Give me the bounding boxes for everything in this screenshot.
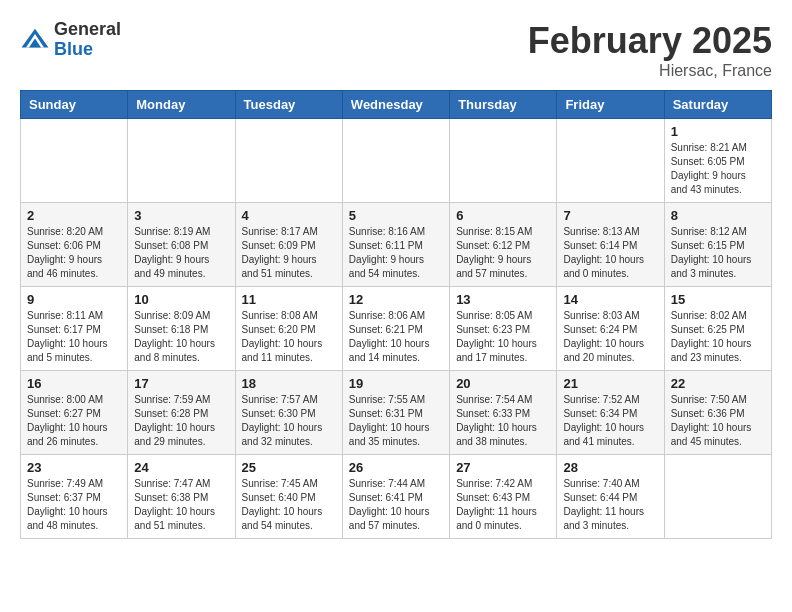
day-number: 27: [456, 460, 550, 475]
calendar-cell: 8Sunrise: 8:12 AM Sunset: 6:15 PM Daylig…: [664, 203, 771, 287]
calendar-cell: 28Sunrise: 7:40 AM Sunset: 6:44 PM Dayli…: [557, 455, 664, 539]
calendar-week-2: 2Sunrise: 8:20 AM Sunset: 6:06 PM Daylig…: [21, 203, 772, 287]
day-info: Sunrise: 7:59 AM Sunset: 6:28 PM Dayligh…: [134, 393, 228, 449]
day-info: Sunrise: 7:49 AM Sunset: 6:37 PM Dayligh…: [27, 477, 121, 533]
logo-text: General Blue: [54, 20, 121, 60]
logo-icon: [20, 25, 50, 55]
calendar-cell: [664, 455, 771, 539]
calendar-cell: [21, 119, 128, 203]
calendar-cell: [557, 119, 664, 203]
day-info: Sunrise: 8:13 AM Sunset: 6:14 PM Dayligh…: [563, 225, 657, 281]
day-number: 15: [671, 292, 765, 307]
calendar-cell: 27Sunrise: 7:42 AM Sunset: 6:43 PM Dayli…: [450, 455, 557, 539]
calendar-cell: 10Sunrise: 8:09 AM Sunset: 6:18 PM Dayli…: [128, 287, 235, 371]
calendar-cell: 16Sunrise: 8:00 AM Sunset: 6:27 PM Dayli…: [21, 371, 128, 455]
day-info: Sunrise: 7:44 AM Sunset: 6:41 PM Dayligh…: [349, 477, 443, 533]
day-number: 8: [671, 208, 765, 223]
day-info: Sunrise: 8:11 AM Sunset: 6:17 PM Dayligh…: [27, 309, 121, 365]
day-number: 6: [456, 208, 550, 223]
calendar-week-5: 23Sunrise: 7:49 AM Sunset: 6:37 PM Dayli…: [21, 455, 772, 539]
day-number: 18: [242, 376, 336, 391]
calendar-cell: 24Sunrise: 7:47 AM Sunset: 6:38 PM Dayli…: [128, 455, 235, 539]
day-info: Sunrise: 7:42 AM Sunset: 6:43 PM Dayligh…: [456, 477, 550, 533]
day-info: Sunrise: 8:17 AM Sunset: 6:09 PM Dayligh…: [242, 225, 336, 281]
calendar-cell: 12Sunrise: 8:06 AM Sunset: 6:21 PM Dayli…: [342, 287, 449, 371]
day-info: Sunrise: 8:08 AM Sunset: 6:20 PM Dayligh…: [242, 309, 336, 365]
logo-general-label: General: [54, 20, 121, 40]
day-number: 3: [134, 208, 228, 223]
calendar-cell: 3Sunrise: 8:19 AM Sunset: 6:08 PM Daylig…: [128, 203, 235, 287]
calendar-cell: 21Sunrise: 7:52 AM Sunset: 6:34 PM Dayli…: [557, 371, 664, 455]
day-info: Sunrise: 8:16 AM Sunset: 6:11 PM Dayligh…: [349, 225, 443, 281]
day-number: 1: [671, 124, 765, 139]
day-info: Sunrise: 7:40 AM Sunset: 6:44 PM Dayligh…: [563, 477, 657, 533]
day-number: 14: [563, 292, 657, 307]
calendar-cell: 18Sunrise: 7:57 AM Sunset: 6:30 PM Dayli…: [235, 371, 342, 455]
calendar-header-thursday: Thursday: [450, 91, 557, 119]
day-number: 19: [349, 376, 443, 391]
calendar-week-3: 9Sunrise: 8:11 AM Sunset: 6:17 PM Daylig…: [21, 287, 772, 371]
calendar-cell: 14Sunrise: 8:03 AM Sunset: 6:24 PM Dayli…: [557, 287, 664, 371]
day-info: Sunrise: 8:20 AM Sunset: 6:06 PM Dayligh…: [27, 225, 121, 281]
calendar-cell: 1Sunrise: 8:21 AM Sunset: 6:05 PM Daylig…: [664, 119, 771, 203]
day-info: Sunrise: 8:21 AM Sunset: 6:05 PM Dayligh…: [671, 141, 765, 197]
day-info: Sunrise: 8:02 AM Sunset: 6:25 PM Dayligh…: [671, 309, 765, 365]
calendar-cell: 25Sunrise: 7:45 AM Sunset: 6:40 PM Dayli…: [235, 455, 342, 539]
subtitle: Hiersac, France: [528, 62, 772, 80]
calendar-cell: 22Sunrise: 7:50 AM Sunset: 6:36 PM Dayli…: [664, 371, 771, 455]
day-number: 4: [242, 208, 336, 223]
day-info: Sunrise: 8:00 AM Sunset: 6:27 PM Dayligh…: [27, 393, 121, 449]
calendar-cell: [128, 119, 235, 203]
day-info: Sunrise: 8:03 AM Sunset: 6:24 PM Dayligh…: [563, 309, 657, 365]
day-number: 23: [27, 460, 121, 475]
calendar-cell: 11Sunrise: 8:08 AM Sunset: 6:20 PM Dayli…: [235, 287, 342, 371]
day-number: 28: [563, 460, 657, 475]
main-title: February 2025: [528, 20, 772, 62]
calendar-cell: 7Sunrise: 8:13 AM Sunset: 6:14 PM Daylig…: [557, 203, 664, 287]
day-info: Sunrise: 8:05 AM Sunset: 6:23 PM Dayligh…: [456, 309, 550, 365]
calendar-cell: 15Sunrise: 8:02 AM Sunset: 6:25 PM Dayli…: [664, 287, 771, 371]
logo-blue-label: Blue: [54, 40, 121, 60]
day-info: Sunrise: 8:06 AM Sunset: 6:21 PM Dayligh…: [349, 309, 443, 365]
day-number: 25: [242, 460, 336, 475]
calendar-cell: 2Sunrise: 8:20 AM Sunset: 6:06 PM Daylig…: [21, 203, 128, 287]
calendar-cell: 13Sunrise: 8:05 AM Sunset: 6:23 PM Dayli…: [450, 287, 557, 371]
calendar-cell: 23Sunrise: 7:49 AM Sunset: 6:37 PM Dayli…: [21, 455, 128, 539]
day-number: 22: [671, 376, 765, 391]
calendar-header-sunday: Sunday: [21, 91, 128, 119]
calendar-header-tuesday: Tuesday: [235, 91, 342, 119]
calendar-header-row: SundayMondayTuesdayWednesdayThursdayFrid…: [21, 91, 772, 119]
day-info: Sunrise: 7:50 AM Sunset: 6:36 PM Dayligh…: [671, 393, 765, 449]
calendar-cell: 19Sunrise: 7:55 AM Sunset: 6:31 PM Dayli…: [342, 371, 449, 455]
day-number: 11: [242, 292, 336, 307]
day-number: 7: [563, 208, 657, 223]
calendar-cell: 17Sunrise: 7:59 AM Sunset: 6:28 PM Dayli…: [128, 371, 235, 455]
day-number: 13: [456, 292, 550, 307]
calendar-table: SundayMondayTuesdayWednesdayThursdayFrid…: [20, 90, 772, 539]
calendar-header-friday: Friday: [557, 91, 664, 119]
day-number: 16: [27, 376, 121, 391]
day-info: Sunrise: 8:15 AM Sunset: 6:12 PM Dayligh…: [456, 225, 550, 281]
day-number: 20: [456, 376, 550, 391]
calendar-cell: 6Sunrise: 8:15 AM Sunset: 6:12 PM Daylig…: [450, 203, 557, 287]
calendar-cell: 5Sunrise: 8:16 AM Sunset: 6:11 PM Daylig…: [342, 203, 449, 287]
day-number: 9: [27, 292, 121, 307]
day-info: Sunrise: 7:57 AM Sunset: 6:30 PM Dayligh…: [242, 393, 336, 449]
day-info: Sunrise: 8:19 AM Sunset: 6:08 PM Dayligh…: [134, 225, 228, 281]
day-number: 24: [134, 460, 228, 475]
day-number: 21: [563, 376, 657, 391]
day-number: 26: [349, 460, 443, 475]
page-header: General Blue February 2025 Hiersac, Fran…: [20, 20, 772, 80]
day-info: Sunrise: 8:12 AM Sunset: 6:15 PM Dayligh…: [671, 225, 765, 281]
day-number: 12: [349, 292, 443, 307]
day-info: Sunrise: 7:55 AM Sunset: 6:31 PM Dayligh…: [349, 393, 443, 449]
title-block: February 2025 Hiersac, France: [528, 20, 772, 80]
calendar-header-saturday: Saturday: [664, 91, 771, 119]
day-info: Sunrise: 7:47 AM Sunset: 6:38 PM Dayligh…: [134, 477, 228, 533]
day-info: Sunrise: 7:52 AM Sunset: 6:34 PM Dayligh…: [563, 393, 657, 449]
logo: General Blue: [20, 20, 121, 60]
day-number: 2: [27, 208, 121, 223]
day-number: 17: [134, 376, 228, 391]
day-number: 10: [134, 292, 228, 307]
calendar-week-4: 16Sunrise: 8:00 AM Sunset: 6:27 PM Dayli…: [21, 371, 772, 455]
